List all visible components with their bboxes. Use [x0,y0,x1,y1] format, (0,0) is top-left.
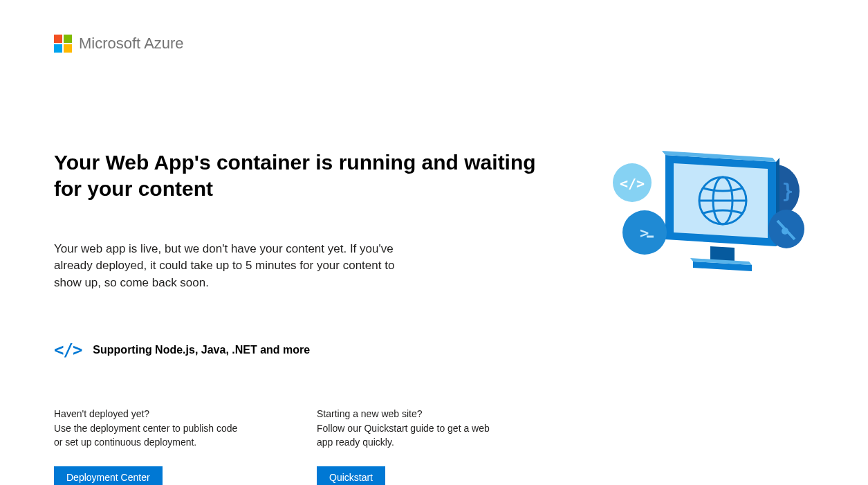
code-brackets-icon: </> [54,340,82,360]
quickstart-button[interactable]: Quickstart [317,466,385,485]
microsoft-logo-icon [54,35,72,53]
quickstart-card-description: Follow our Quickstart guide to get a web… [317,421,504,450]
supporting-tech-row: </> Supporting Node.js, Java, .NET and m… [54,340,545,360]
deployment-center-button[interactable]: Deployment Center [54,466,163,485]
supporting-tech-label: Supporting Node.js, Java, .NET and more [93,344,310,356]
page-title: Your Web App's container is running and … [54,149,545,203]
deployment-card: Haven't deployed yet? Use the deployment… [54,408,241,485]
page-subtext: Your web app is live, but we don't have … [54,241,414,292]
brand-name: Microsoft Azure [79,35,184,53]
svg-marker-9 [710,246,735,262]
svg-text:</>: </> [620,175,645,192]
deployment-card-description: Use the deployment center to publish cod… [54,421,241,450]
deployment-card-question: Haven't deployed yet? [54,408,241,419]
quickstart-card-question: Starting a new web site? [317,408,504,419]
svg-text:>: > [640,224,649,241]
quickstart-card: Starting a new web site? Follow our Quic… [317,408,504,485]
brand-logo-row: Microsoft Azure [54,35,814,53]
monitor-illustration: { } [600,143,814,302]
